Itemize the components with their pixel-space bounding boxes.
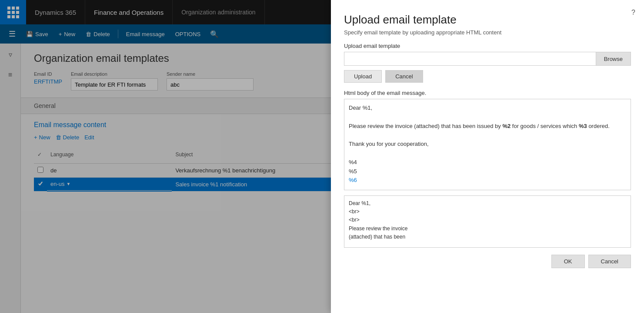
dialog-subtitle: Specify email template by uploading appr… <box>344 29 631 36</box>
html-body-line: %4 <box>349 158 626 167</box>
browse-button[interactable]: Browse <box>596 52 631 66</box>
highlight-2: %2 <box>502 123 511 129</box>
html-body-line: Dear %1, <box>349 104 626 113</box>
file-input[interactable] <box>344 52 596 66</box>
ok-button[interactable]: OK <box>551 255 585 268</box>
cancel-upload-button[interactable]: Cancel <box>385 70 423 83</box>
preview-line: Dear %1, <box>349 199 626 208</box>
dialog-footer: OK Cancel <box>344 255 631 268</box>
html-body-label: Html body of the email message. <box>344 90 631 96</box>
html-body-line: Thank you for your cooperation, <box>349 140 626 149</box>
upload-label: Upload email template <box>344 43 631 49</box>
html-body-line <box>349 113 626 122</box>
highlight-3: %3 <box>579 123 587 129</box>
upload-button[interactable]: Upload <box>344 70 382 83</box>
html-body-content: Dear %1, Please review the invoice (atta… <box>344 99 631 190</box>
upload-row: Browse <box>344 52 631 66</box>
dialog-panel: ? Upload email template Specify email te… <box>331 0 644 313</box>
cancel-footer-button[interactable]: Cancel <box>588 255 631 268</box>
html-body-line <box>349 131 626 140</box>
html-body-line <box>349 149 626 158</box>
action-row: Upload Cancel <box>344 70 631 83</box>
overlay: ? Upload email template Specify email te… <box>0 0 644 313</box>
dialog-help-icon[interactable]: ? <box>631 9 635 17</box>
preview-box: Dear %1, <br> <br> Please review the inv… <box>344 195 631 248</box>
preview-line: Please review the invoice <box>349 225 626 233</box>
dialog-title: Upload email template <box>344 13 631 27</box>
preview-line: (attached) that has been <box>349 233 626 241</box>
html-body-line: %5 <box>349 167 626 176</box>
html-body-line: Please review the invoice (attached) tha… <box>349 122 626 131</box>
preview-line: <br> <box>349 208 626 216</box>
html-body-line: %6 <box>349 176 626 185</box>
preview-line: <br> <box>349 216 626 224</box>
